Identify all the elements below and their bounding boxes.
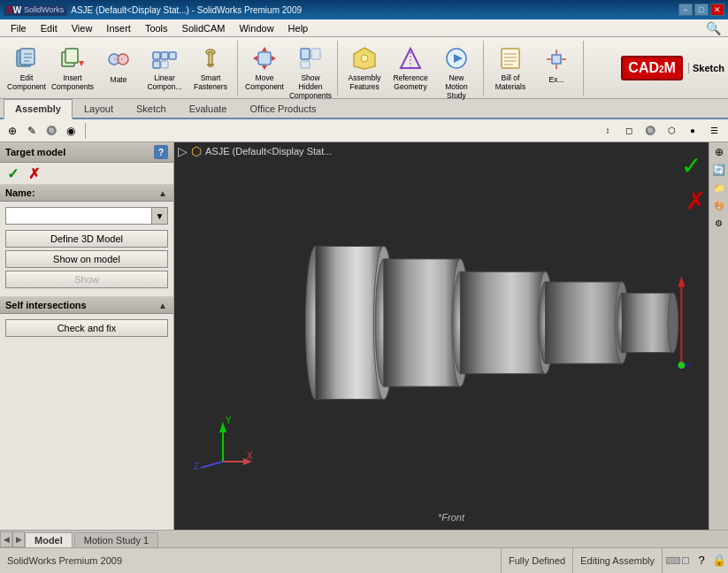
- move-component-icon: [250, 45, 279, 72]
- edit-component-button[interactable]: EditComponent: [4, 41, 50, 94]
- edit-component-label: EditComponent: [7, 73, 46, 91]
- right-icon-color[interactable]: 🎨: [711, 197, 727, 213]
- svg-rect-24: [301, 49, 310, 59]
- self-intersections-content: Check and fix: [0, 314, 173, 345]
- assembly-features-icon: [350, 45, 379, 72]
- menu-help[interactable]: Help: [281, 21, 316, 35]
- smart-fasteners-button[interactable]: SmartFasteners: [188, 41, 234, 94]
- tab-model[interactable]: Model: [25, 532, 73, 547]
- menu-bar: File Edit View Insert Tools SolidCAM Win…: [0, 19, 728, 37]
- svg-point-63: [678, 362, 686, 369]
- viewport-tools: ↕ ◻ 🔘 ⬡ ● ☰: [89, 122, 724, 140]
- assembly-features-button[interactable]: AssemblyFeatures: [341, 41, 387, 94]
- self-intersections-collapse[interactable]: ▲: [157, 300, 168, 310]
- status-help-button[interactable]: ?: [693, 552, 710, 569]
- name-dropdown-btn[interactable]: ▼: [151, 208, 167, 224]
- reference-geometry-icon: [396, 45, 425, 72]
- tab-layout[interactable]: Layout: [73, 99, 125, 118]
- panel-ok-button[interactable]: ✓: [4, 164, 21, 182]
- tab-nav-left[interactable]: ◀: [0, 531, 12, 547]
- viewport-front-label: *Front: [438, 512, 464, 523]
- tree-expand-icon[interactable]: ▷: [178, 144, 188, 158]
- move-component-button[interactable]: MoveComponent: [241, 41, 287, 94]
- show-hidden-icon: [296, 45, 325, 72]
- menu-insert[interactable]: Insert: [99, 21, 138, 35]
- view-btn-2[interactable]: ◻: [620, 122, 638, 140]
- right-icon-folder[interactable]: 📁: [711, 180, 727, 195]
- menu-view[interactable]: View: [65, 21, 100, 35]
- show-button[interactable]: Show: [5, 271, 168, 288]
- tab-motion-study-1[interactable]: Motion Study 1: [74, 532, 158, 547]
- reference-geometry-label: ReferenceGeometry: [393, 73, 427, 91]
- insert-components-button[interactable]: InsertComponents: [50, 41, 96, 94]
- svg-rect-6: [65, 49, 78, 63]
- menu-window[interactable]: Window: [232, 21, 280, 35]
- smart-fasteners-icon: [196, 45, 225, 72]
- view-btn-1[interactable]: ↕: [599, 122, 617, 140]
- explode-button[interactable]: Ex...: [533, 41, 579, 94]
- right-icon-settings[interactable]: ⚙: [711, 215, 727, 231]
- tool-group-move: MoveComponent ShowHiddenComponents: [241, 41, 338, 96]
- sketch-label: Sketch: [688, 63, 724, 73]
- assembly-name: ASJE (Default<Display Stat...: [205, 146, 332, 157]
- status-editing-assembly: Editing Assembly: [572, 548, 662, 573]
- reference-geometry-button[interactable]: ReferenceGeometry: [387, 41, 433, 94]
- view-btn-5[interactable]: ●: [684, 122, 701, 140]
- bottom-tabs-bar: ◀ ▶ Model Motion Study 1: [0, 530, 728, 547]
- show-on-model-button[interactable]: Show on model: [5, 250, 168, 268]
- mate-button[interactable]: Mate: [96, 41, 142, 94]
- search-icon[interactable]: 🔍: [702, 21, 724, 35]
- show-hidden-button[interactable]: ShowHiddenComponents: [287, 41, 333, 94]
- right-icon-rotate[interactable]: 🔄: [711, 162, 727, 178]
- bill-of-materials-button[interactable]: Bill ofMaterials: [487, 41, 533, 94]
- svg-rect-15: [161, 61, 168, 68]
- check-and-fix-button[interactable]: Check and fix: [5, 319, 168, 337]
- svg-marker-23: [272, 56, 276, 61]
- tree-icon-1[interactable]: ⊕: [4, 122, 21, 140]
- tree-icon-3[interactable]: 🔘: [42, 122, 60, 140]
- move-component-label: MoveComponent: [245, 73, 284, 91]
- view-btn-3[interactable]: 🔘: [641, 122, 659, 140]
- new-motion-study-button[interactable]: NewMotionStudy: [433, 41, 479, 94]
- status-lock-button[interactable]: 🔒: [710, 552, 728, 569]
- name-section-content: ▼ Define 3D Model Show on model Show: [0, 202, 173, 296]
- toolbar: EditComponent InsertComponents Mate Line…: [0, 37, 728, 99]
- menu-file[interactable]: File: [4, 21, 34, 35]
- menu-edit[interactable]: Edit: [34, 21, 65, 35]
- panel-help-button[interactable]: ?: [154, 145, 168, 159]
- cad2m-logo: CAD2M: [621, 56, 683, 80]
- define-3d-model-button[interactable]: Define 3D Model: [5, 230, 168, 248]
- assembly-features-label: AssemblyFeatures: [349, 73, 381, 91]
- axis-indicator: Y X Z: [192, 413, 254, 477]
- minimize-button[interactable]: −: [678, 4, 693, 16]
- progress-indicator-2: [682, 557, 689, 564]
- tool-group-bom: Bill ofMaterials Ex...: [487, 41, 584, 96]
- tab-office-products[interactable]: Office Products: [238, 99, 327, 118]
- edit-component-icon: [12, 45, 41, 72]
- tree-icon-4[interactable]: ◉: [62, 122, 80, 140]
- tree-icon-2[interactable]: ✎: [23, 122, 41, 140]
- tab-nav-right[interactable]: ▶: [12, 531, 25, 547]
- menu-solidcam[interactable]: SolidCAM: [175, 21, 233, 35]
- right-icon-zoom[interactable]: ⊕: [711, 144, 727, 160]
- viewport[interactable]: ▷ ⬡ ASJE (Default<Display Stat... ✓ ✗: [174, 142, 728, 530]
- tab-assembly[interactable]: Assembly: [4, 99, 73, 119]
- smart-fasteners-label: SmartFasteners: [194, 73, 227, 91]
- maximize-button[interactable]: □: [694, 4, 709, 16]
- name-input[interactable]: [6, 209, 151, 223]
- svg-rect-54: [546, 282, 623, 363]
- assembly-icon: ⬡: [191, 144, 202, 158]
- close-button[interactable]: ✕: [710, 4, 724, 16]
- status-bar: SolidWorks Premium 2009 Fully Defined Ed…: [0, 547, 728, 572]
- tab-sketch[interactable]: Sketch: [125, 99, 178, 118]
- panel-cancel-button[interactable]: ✗: [25, 164, 42, 182]
- svg-rect-11: [153, 52, 160, 59]
- view-btn-6[interactable]: ☰: [705, 122, 723, 140]
- viewport-breadcrumb: ▷ ⬡ ASJE (Default<Display Stat...: [178, 144, 332, 158]
- name-section-collapse[interactable]: ▲: [157, 187, 168, 198]
- linear-component-button[interactable]: LinearCompon...: [142, 41, 188, 94]
- view-btn-4[interactable]: ⬡: [663, 122, 680, 140]
- main-content: Target model ? ✓ ✗ Name: ▲ ▼ Define 3D M…: [0, 142, 728, 530]
- menu-tools[interactable]: Tools: [138, 21, 175, 35]
- tab-evaluate[interactable]: Evaluate: [178, 99, 239, 118]
